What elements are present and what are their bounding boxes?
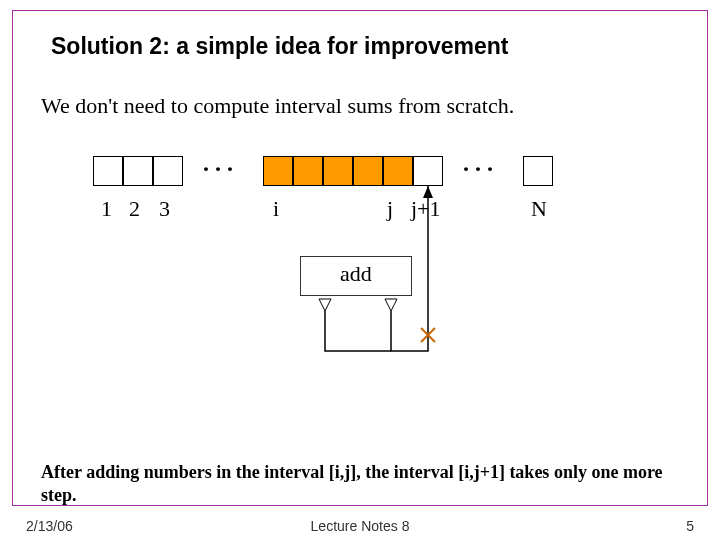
slide-title: Solution 2: a simple idea for improvemen… bbox=[51, 33, 509, 60]
cell-N bbox=[523, 156, 553, 186]
dots-left: . . . bbox=[203, 150, 233, 177]
cell-j bbox=[383, 156, 413, 186]
conclusion-text: After adding numbers in the interval [i,… bbox=[41, 461, 679, 506]
cell-mid1 bbox=[293, 156, 323, 186]
label-2: 2 bbox=[129, 196, 140, 222]
intro-text: We don't need to compute interval sums f… bbox=[41, 93, 514, 119]
label-i: i bbox=[273, 196, 279, 222]
add-box: add bbox=[300, 256, 412, 296]
cell-2 bbox=[123, 156, 153, 186]
cell-3 bbox=[153, 156, 183, 186]
label-j: j bbox=[387, 196, 393, 222]
label-jp1: j+1 bbox=[411, 196, 441, 222]
arrow-loop bbox=[325, 311, 391, 351]
footer: 2/13/06 Lecture Notes 8 5 bbox=[0, 512, 720, 534]
arrow-head-right bbox=[385, 299, 397, 311]
label-3: 3 bbox=[159, 196, 170, 222]
label-1: 1 bbox=[101, 196, 112, 222]
cell-i bbox=[263, 156, 293, 186]
arrow-head-left bbox=[319, 299, 331, 311]
cell-1 bbox=[93, 156, 123, 186]
cell-jp1 bbox=[413, 156, 443, 186]
cell-mid2 bbox=[323, 156, 353, 186]
footer-center: Lecture Notes 8 bbox=[0, 518, 720, 534]
cross-2 bbox=[421, 328, 435, 342]
cell-mid3 bbox=[353, 156, 383, 186]
cross-1 bbox=[421, 328, 435, 342]
label-N: N bbox=[531, 196, 547, 222]
footer-page: 5 bbox=[686, 518, 694, 534]
slide-frame: Solution 2: a simple idea for improvemen… bbox=[12, 10, 708, 506]
diagram: . . . . . . 1 2 3 i j j+1 N add bbox=[93, 156, 653, 376]
dots-right: . . . bbox=[463, 150, 493, 177]
